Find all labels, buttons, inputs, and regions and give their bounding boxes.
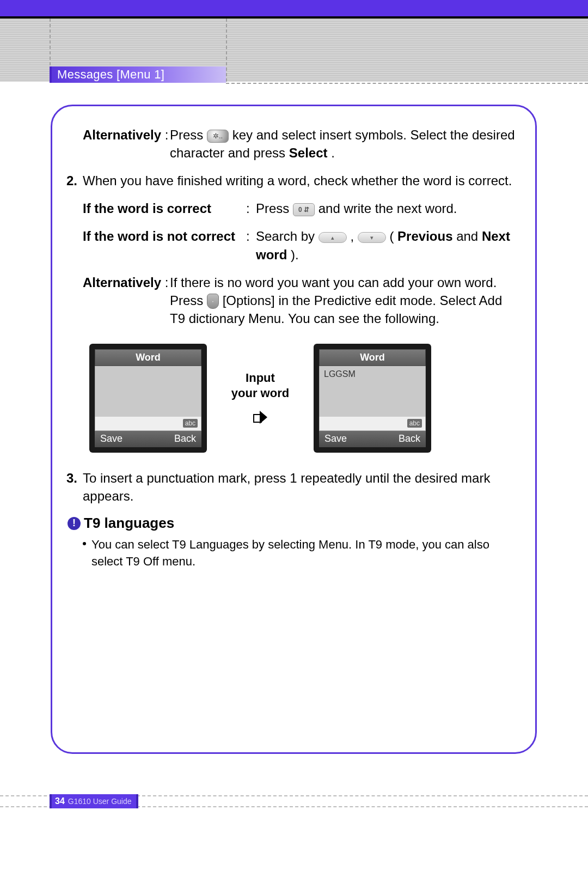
phone-right-back: Back — [399, 433, 420, 444]
abc-mode-badge: abc — [183, 419, 198, 428]
phone-right-body: LGGSM — [319, 366, 426, 417]
para1-text-a: Press — [170, 127, 207, 142]
section-tab: Messages [Menu 1] — [50, 66, 226, 83]
if-correct-label: If the word is correct — [83, 199, 246, 217]
t9-bullet-row: You can select T9 Languages by selecting… — [83, 536, 517, 570]
nav-down-key-icon: ▾ — [358, 232, 386, 243]
if-correct-sep: : — [246, 199, 256, 217]
para1-select-bold: Select — [289, 145, 328, 160]
guide-name: G1610 User Guide — [68, 797, 132, 806]
if-incorrect-close: ). — [291, 247, 299, 262]
if-correct-b: and write the next word. — [318, 201, 457, 216]
mock-middle-column: Input your word — [217, 370, 304, 425]
para1-colon: : — [165, 127, 169, 142]
phone-mockups-row: Word abc Save Back Input your word — [89, 344, 517, 453]
phone-left-statusbar: abc — [95, 417, 201, 431]
t9-bullet-text: You can select T9 Languages by selecting… — [91, 536, 517, 570]
if-incorrect-mid: and — [456, 229, 482, 243]
phone-left-back: Back — [174, 433, 196, 444]
footer-page-tab: 34 G1610 User Guide — [50, 794, 138, 808]
step-2-row: 2. When you have finished writing a word… — [66, 172, 517, 190]
step-3-number: 3. — [66, 469, 83, 505]
phone-left-body — [95, 366, 201, 417]
phone-mock-left: Word abc Save Back — [89, 344, 207, 453]
alt2-lead-label: Alternatively — [83, 275, 161, 290]
content-frame: Alternatively : Press ✲.. key and select… — [51, 105, 537, 754]
nav-up-key-icon: ▴ — [318, 232, 347, 243]
if-incorrect-sep: : — [246, 227, 256, 263]
mid-text-1: Input — [231, 370, 289, 386]
arrow-right-icon — [252, 409, 268, 425]
phone-right-save: Save — [324, 433, 347, 444]
step-3-text: To insert a punctuation mark, press 1 re… — [83, 469, 517, 505]
para-alternatively-2: Alternatively : If there is no word you … — [83, 273, 517, 327]
step-3-row: 3. To insert a punctuation mark, press 1… — [66, 469, 517, 505]
if-incorrect-open: ( — [389, 229, 394, 243]
para1-text-c: . — [331, 145, 335, 160]
phone-right-softbar: Save Back — [319, 431, 426, 447]
step-2-number: 2. — [66, 172, 83, 190]
t9-heading: T9 languages — [84, 515, 174, 532]
if-incorrect-row: If the word is not correct : Search by ▴… — [83, 227, 517, 263]
if-correct-a: Press — [256, 201, 293, 216]
phone-right-statusbar: abc — [319, 417, 426, 431]
t9-heading-row: ! T9 languages — [68, 515, 517, 532]
step-2-text: When you have finished writing a word, c… — [83, 172, 517, 190]
bullet-icon — [83, 542, 86, 545]
alt2-line2b: [Options] in the Predictive edit mode. S… — [170, 293, 502, 326]
left-softkey-icon: · — [207, 294, 219, 309]
alt2-line2a: Press — [170, 293, 207, 308]
para-alternatively-1: Alternatively : Press ✲.. key and select… — [83, 126, 517, 162]
para1-lead-label: Alternatively — [83, 127, 161, 142]
header-dashed-guide — [226, 83, 588, 84]
if-incorrect-a: Search by — [256, 229, 318, 243]
mid-text-2: your word — [231, 386, 289, 401]
alt2-sep: : — [165, 275, 169, 290]
phone-right-typed-text: LGGSM — [324, 369, 356, 379]
zero-key-icon: 0 ⇵ — [293, 203, 315, 216]
phone-left-save: Save — [100, 433, 122, 444]
star-key-icon: ✲.. — [207, 130, 229, 143]
if-incorrect-label: If the word is not correct — [83, 227, 246, 263]
phone-left-title: Word — [95, 349, 201, 366]
section-tab-label: Messages [Menu 1] — [57, 68, 164, 82]
if-incorrect-prev: Previous — [397, 229, 452, 243]
phone-left-softbar: Save Back — [95, 431, 201, 447]
info-bang-icon: ! — [68, 517, 81, 530]
if-correct-row: If the word is correct : Press 0 ⇵ and w… — [83, 199, 517, 217]
if-incorrect-comma: , — [350, 229, 357, 243]
phone-right-title: Word — [319, 349, 426, 366]
page-number: 34 — [55, 796, 65, 806]
phone-mock-right: Word LGGSM abc Save Back — [314, 344, 431, 453]
alt2-line1: If there is no word you want you can add… — [170, 273, 517, 291]
abc-mode-badge-2: abc — [407, 419, 422, 428]
top-accent-bar — [0, 0, 588, 16]
